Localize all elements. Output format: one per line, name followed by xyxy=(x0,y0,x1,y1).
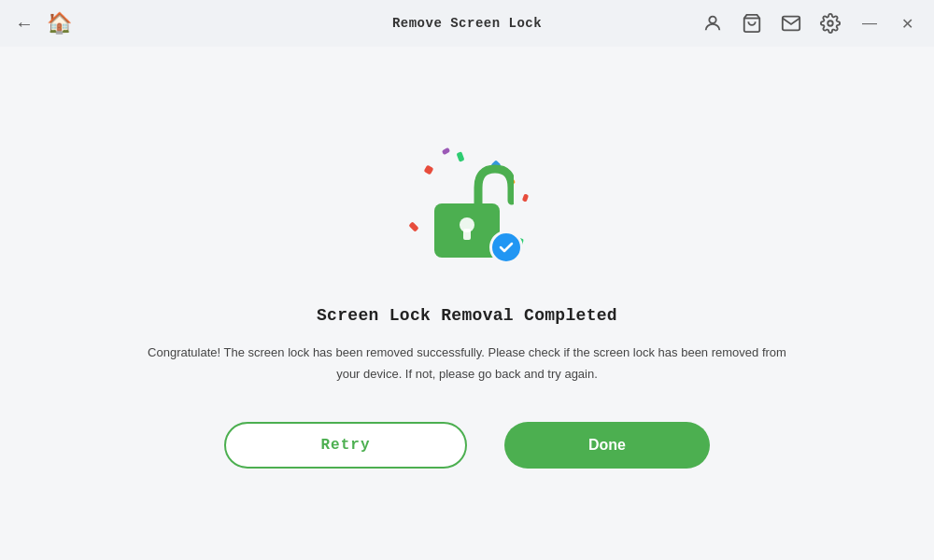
completion-description: Congratulate! The screen lock has been r… xyxy=(140,342,794,385)
home-button[interactable]: 🏠 xyxy=(47,11,72,35)
title-bar-left: ← 🏠 xyxy=(15,11,72,35)
svg-point-0 xyxy=(709,17,715,23)
svg-rect-5 xyxy=(463,229,471,240)
confetti-6 xyxy=(442,147,450,154)
cart-button[interactable] xyxy=(739,10,765,36)
title-bar-right: — ✕ xyxy=(700,10,919,36)
minimize-button[interactable]: — xyxy=(856,11,883,35)
done-button[interactable]: Done xyxy=(504,422,710,469)
window-title: Remove Screen Lock xyxy=(392,16,542,31)
retry-button[interactable]: Retry xyxy=(224,422,467,469)
back-button[interactable]: ← xyxy=(15,13,34,35)
main-content: Screen Lock Removal Completed Congratula… xyxy=(0,47,934,560)
check-badge xyxy=(489,231,523,264)
button-row: Retry Done xyxy=(224,422,710,469)
mail-button[interactable] xyxy=(778,10,804,36)
svg-point-2 xyxy=(828,21,833,26)
close-button[interactable]: ✕ xyxy=(896,11,919,36)
lock-icon-container xyxy=(420,161,514,264)
confetti-5 xyxy=(522,193,529,202)
success-icon-area xyxy=(392,138,542,287)
title-bar: ← 🏠 Remove Screen Lock xyxy=(0,0,934,47)
confetti-2 xyxy=(456,151,464,161)
settings-button[interactable] xyxy=(817,10,843,36)
completion-title: Screen Lock Removal Completed xyxy=(317,306,617,325)
confetti-8 xyxy=(408,221,418,231)
account-button[interactable] xyxy=(700,10,726,36)
